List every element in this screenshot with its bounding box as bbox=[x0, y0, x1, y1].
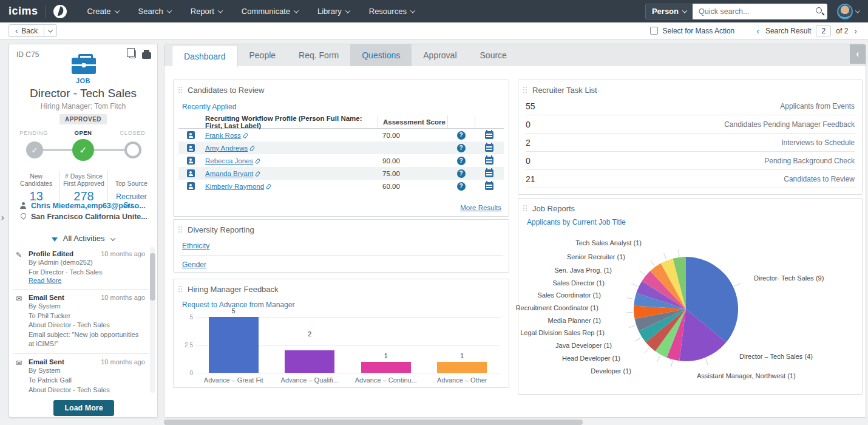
activity-item[interactable]: ✉ Email Sent10 months ago By System To P… bbox=[13, 290, 149, 354]
task-row[interactable]: 2Interviews to Schedule bbox=[526, 134, 855, 152]
activity-scrollbar-thumb[interactable] bbox=[150, 253, 155, 301]
menu-resources[interactable]: Resources bbox=[359, 0, 424, 22]
paperclip-icon[interactable] bbox=[255, 158, 261, 164]
envelope-icon: ✉ bbox=[16, 359, 22, 367]
task-row[interactable]: 55Applicants from Events bbox=[526, 97, 855, 115]
paperclip-icon[interactable] bbox=[242, 132, 248, 138]
search-result-input[interactable] bbox=[816, 25, 831, 36]
step-label-open: OPEN bbox=[58, 129, 107, 136]
step-pending-check-icon: ✓ bbox=[26, 141, 43, 158]
candidate-link[interactable]: Rebecca Jones bbox=[205, 157, 253, 165]
pie-label: Media Planner (1) bbox=[548, 317, 601, 324]
candidate-link[interactable]: Amy Andrews bbox=[205, 144, 248, 152]
back-button[interactable]: ‹Back bbox=[9, 26, 44, 35]
tab-people[interactable]: People bbox=[238, 44, 288, 66]
horizontal-scrollbar-track[interactable] bbox=[0, 420, 868, 425]
avatar[interactable] bbox=[837, 4, 853, 19]
profile-card-icon[interactable] bbox=[187, 182, 195, 190]
copy-icon[interactable] bbox=[129, 50, 136, 58]
profile-card-icon[interactable] bbox=[187, 144, 195, 152]
drag-handle-icon[interactable] bbox=[178, 87, 183, 93]
tab-approval[interactable]: Approval bbox=[412, 44, 468, 66]
profile-card-icon[interactable] bbox=[187, 169, 195, 177]
sidebar-expand-arrow[interactable]: › bbox=[0, 211, 5, 223]
activity-item[interactable]: ✎ Profile Edited10 months ago By iAdmin … bbox=[13, 246, 149, 290]
brand-circle-icon[interactable] bbox=[53, 5, 67, 18]
envelope-icon: ✉ bbox=[16, 294, 22, 303]
task-row[interactable]: 0Pending Background Check bbox=[526, 152, 855, 170]
activity-item[interactable]: ✉ Email Sent10 months ago By System To P… bbox=[13, 354, 149, 394]
paperclip-icon[interactable] bbox=[255, 171, 261, 177]
help-icon[interactable]: ? bbox=[457, 131, 466, 140]
gender-link[interactable]: Gender bbox=[182, 260, 206, 269]
table-row: Frank Ross 70.00 ? bbox=[178, 129, 504, 141]
pie-label: Sen. Java Prog. (1) bbox=[554, 267, 612, 274]
calendar-icon[interactable] bbox=[485, 182, 493, 190]
help-icon[interactable]: ? bbox=[457, 169, 466, 178]
load-more-button[interactable]: Load More bbox=[53, 400, 114, 416]
paperclip-icon[interactable] bbox=[266, 183, 272, 189]
horizontal-scrollbar-thumb[interactable] bbox=[164, 420, 583, 425]
search-icon[interactable] bbox=[816, 7, 822, 13]
contact-link[interactable]: Chris Miedema,emp63@perso... bbox=[31, 202, 146, 210]
paperclip-icon[interactable] bbox=[249, 145, 256, 151]
candidate-link[interactable]: Kimberly Raymond bbox=[205, 183, 264, 190]
read-more-link[interactable]: Read More bbox=[29, 277, 145, 284]
task-row[interactable]: 0Candidates Pending Manager Feedback bbox=[526, 115, 855, 134]
candidate-link[interactable]: Frank Ross bbox=[205, 132, 241, 139]
user-icon bbox=[20, 202, 26, 208]
print-icon[interactable] bbox=[142, 52, 151, 59]
calendar-icon[interactable] bbox=[485, 131, 493, 139]
candidates-table: Recruiting Workflow Profile (Person Full… bbox=[178, 115, 504, 192]
tab-dashboard[interactable]: Dashboard bbox=[172, 45, 238, 67]
profile-card-icon[interactable] bbox=[187, 131, 195, 139]
profile-card-icon[interactable] bbox=[187, 157, 195, 165]
bar-advance-other[interactable]: 1 bbox=[424, 317, 501, 373]
calendar-icon[interactable] bbox=[485, 144, 493, 152]
bar-advance-continue[interactable]: 1 bbox=[348, 317, 424, 373]
menu-communicate[interactable]: Communicate bbox=[232, 0, 308, 22]
tab-source[interactable]: Source bbox=[469, 44, 518, 66]
tab-req-form[interactable]: Req. Form bbox=[287, 44, 350, 66]
applicants-by-job-title-link[interactable]: Applicants by Current Job Title bbox=[527, 218, 626, 226]
bar-advance-qualified[interactable]: 2 bbox=[272, 317, 348, 373]
chevron-down-icon bbox=[167, 8, 172, 13]
task-row[interactable]: 21Candidates to Review bbox=[526, 170, 855, 188]
prev-result-button[interactable]: ‹ bbox=[755, 26, 761, 36]
drag-handle-icon[interactable] bbox=[523, 87, 527, 93]
drag-handle-icon[interactable] bbox=[178, 226, 183, 233]
menu-report[interactable]: Report bbox=[181, 0, 232, 22]
activities-filter[interactable]: All Activities bbox=[9, 234, 157, 243]
collapse-panel-button[interactable]: ‹ bbox=[850, 44, 866, 64]
more-results-link[interactable]: More Results bbox=[460, 204, 501, 211]
ethnicity-link[interactable]: Ethnicity bbox=[182, 242, 209, 250]
menu-create[interactable]: Create bbox=[78, 0, 129, 22]
back-dropdown-button[interactable] bbox=[44, 25, 56, 36]
tab-questions[interactable]: Questions bbox=[350, 44, 412, 66]
help-icon[interactable]: ? bbox=[457, 182, 466, 191]
chevron-down-icon bbox=[410, 8, 415, 13]
menu-search[interactable]: Search bbox=[129, 0, 181, 22]
menu-library[interactable]: Library bbox=[308, 0, 359, 22]
chevron-down-icon bbox=[294, 8, 299, 13]
icims-logo[interactable]: icims bbox=[8, 5, 38, 18]
avatar-chevron-icon[interactable] bbox=[855, 8, 860, 13]
drag-handle-icon[interactable] bbox=[523, 205, 527, 212]
pie-label: Senior Recruiter (1) bbox=[567, 253, 625, 260]
recently-applied-link[interactable]: Recently Applied bbox=[182, 103, 236, 111]
drag-handle-icon[interactable] bbox=[178, 286, 183, 293]
candidate-link[interactable]: Amanda Bryant bbox=[205, 170, 253, 177]
quick-search-input[interactable] bbox=[693, 4, 827, 19]
search-scope-dropdown[interactable]: Person bbox=[645, 4, 693, 19]
mass-action-checkbox[interactable] bbox=[650, 27, 658, 35]
table-row: Kimberly Raymond 60.00 ? bbox=[178, 180, 504, 192]
calendar-icon[interactable] bbox=[485, 169, 493, 177]
next-result-button[interactable]: › bbox=[853, 26, 858, 36]
help-icon[interactable]: ? bbox=[457, 157, 466, 165]
bar-advance-great-fit[interactable]: 5 bbox=[195, 317, 272, 373]
help-icon[interactable]: ? bbox=[457, 144, 466, 152]
pie-label: Sales Director (1) bbox=[552, 279, 605, 287]
pie-label: Developer (1) bbox=[591, 367, 631, 375]
calendar-icon[interactable] bbox=[485, 157, 493, 165]
table-row: Amanda Bryant 75.00 ? bbox=[178, 167, 504, 180]
